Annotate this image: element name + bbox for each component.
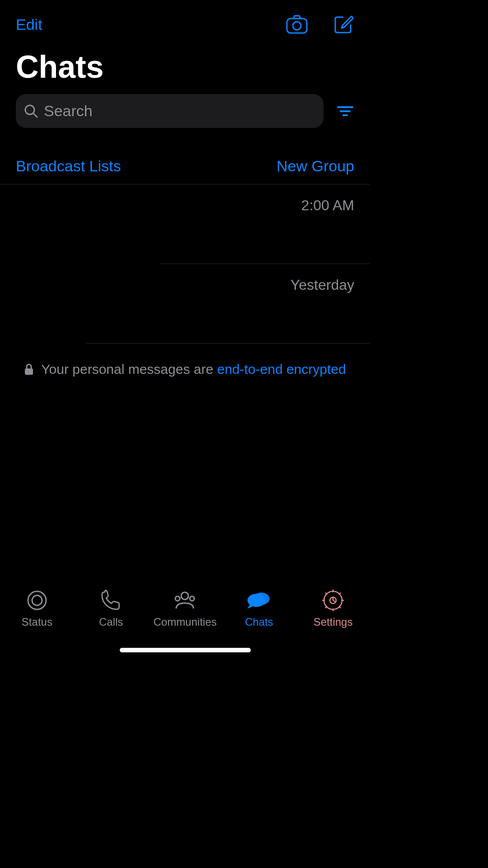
camera-icon[interactable] [286,14,308,35]
lock-icon [24,363,34,376]
svg-point-11 [175,596,180,601]
svg-line-22 [339,606,341,608]
tab-label: Chats [245,616,273,628]
home-indicator[interactable] [120,648,251,652]
tab-label: Calls [99,616,123,628]
tab-label: Communities [153,616,216,628]
compose-icon[interactable] [333,14,354,35]
svg-point-10 [181,592,188,599]
edit-button[interactable]: Edit [16,16,42,33]
top-bar: Edit [0,0,370,40]
search-container[interactable] [16,94,324,128]
page-title: Chats [0,40,370,94]
svg-point-9 [32,595,42,605]
svg-line-21 [325,593,327,594]
svg-rect-0 [287,19,307,33]
chat-row[interactable]: 2:00 AM [0,184,370,264]
link-row: Broadcast Lists New Group [0,128,370,184]
svg-rect-7 [25,368,33,375]
tab-label: Settings [314,616,353,628]
tab-chats[interactable]: Chats [223,590,295,628]
svg-line-26 [333,600,335,602]
encryption-text: Your personal messages are end-to-end en… [41,362,346,377]
svg-line-24 [339,593,341,594]
chat-row-content: Yesterday [16,277,354,293]
svg-point-2 [25,105,34,114]
tab-settings[interactable]: Settings [297,590,369,628]
filter-icon[interactable] [336,102,354,120]
encryption-link[interactable]: end-to-end encrypted [217,362,346,377]
tab-calls[interactable]: Calls [75,590,147,628]
tab-status[interactable]: Status [1,590,73,628]
chat-row-content: 2:00 AM [16,197,354,214]
tab-label: Status [22,616,52,628]
phone-icon [98,590,124,611]
chat-list: 2:00 AM Yesterday [0,184,370,344]
status-icon [24,590,50,611]
chats-icon [246,590,272,611]
gear-icon [320,590,346,611]
svg-line-3 [33,113,38,118]
broadcast-lists-button[interactable]: Broadcast Lists [16,157,121,175]
chat-row[interactable]: Yesterday [0,264,370,343]
new-group-button[interactable]: New Group [277,157,354,175]
chat-time: Yesterday [291,277,354,293]
tab-communities[interactable]: Communities [149,590,221,628]
encryption-prefix: Your personal messages are [41,362,217,377]
chat-time: 2:00 AM [301,197,354,214]
search-row [0,94,370,128]
svg-point-12 [190,596,194,601]
communities-icon [172,590,198,611]
svg-line-23 [325,606,327,608]
top-bar-actions [286,14,354,35]
encryption-notice: Your personal messages are end-to-end en… [0,344,370,395]
tab-bar: Status Calls Communities [0,580,370,659]
search-input[interactable] [44,102,315,120]
search-icon [24,104,38,118]
svg-point-1 [293,22,301,30]
